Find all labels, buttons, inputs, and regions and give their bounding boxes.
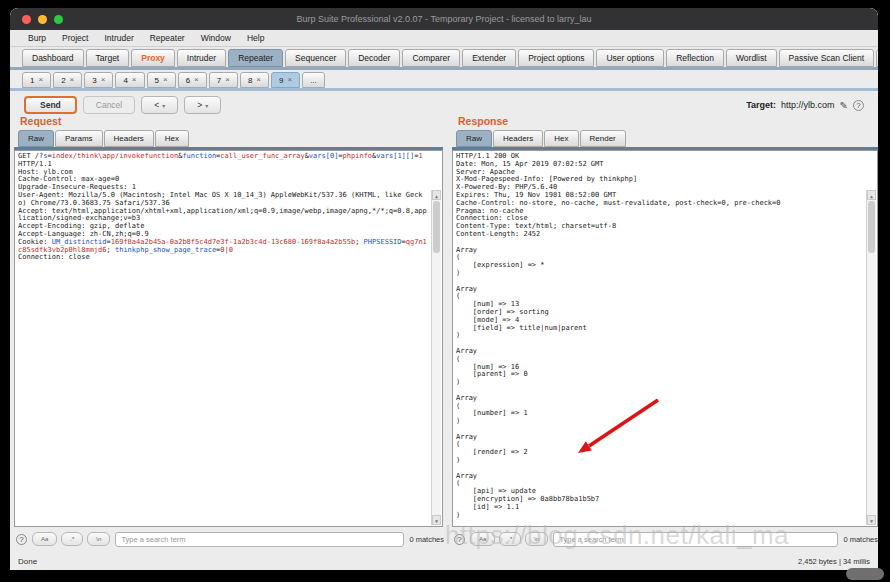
response-tab-render[interactable]: Render (580, 130, 626, 147)
search-option---button[interactable]: .* (61, 532, 83, 546)
chevron-down-icon: ▾ (205, 102, 208, 109)
main-tab-fastjson-scan[interactable]: Fastjson scan (876, 49, 878, 67)
tab-label: 6 (186, 76, 190, 85)
scroll-down-icon[interactable]: ▼ (432, 515, 441, 525)
request-tab-headers[interactable]: Headers (104, 130, 154, 147)
tab-label: ... (310, 76, 317, 85)
main-tab-project-options[interactable]: Project options (518, 49, 594, 67)
response-viewer[interactable]: HTTP/1.1 200 OKDate: Mon, 15 Apr 2019 07… (452, 150, 878, 527)
request-tab-params[interactable]: Params (55, 130, 103, 147)
close-tab-icon[interactable]: × (225, 77, 230, 83)
main-tab-sequencer[interactable]: Sequencer (285, 49, 346, 67)
tab-label: 5 (155, 76, 159, 85)
code-line: Array (456, 473, 863, 481)
request-tab-raw[interactable]: Raw (18, 130, 54, 147)
main-tab-target[interactable]: Target (86, 49, 130, 67)
main-tab-decoder[interactable]: Decoder (348, 49, 400, 67)
search-match-count: 0 matches (843, 535, 878, 544)
main-tab-reflection[interactable]: Reflection (666, 49, 724, 67)
search-option-aa-button[interactable]: Aa (470, 532, 495, 546)
repeater-tab-6[interactable]: 6× (178, 72, 207, 88)
help-icon[interactable]: ? (454, 534, 465, 545)
close-window-icon[interactable] (22, 15, 31, 24)
main-tab-user-options[interactable]: User options (596, 49, 664, 67)
menu-project[interactable]: Project (54, 30, 96, 46)
code-line: [field] => title|num|parent (456, 325, 863, 333)
request-tab-hex[interactable]: Hex (155, 130, 189, 147)
window-controls (22, 15, 63, 24)
menu-burp[interactable]: Burp (20, 30, 54, 46)
response-search-bar: ? Aa.*\n 0 matches (454, 530, 878, 548)
repeater-tab-1[interactable]: 1× (22, 72, 51, 88)
tab-label: Extender (472, 53, 506, 63)
search-option---button[interactable]: .* (499, 532, 521, 546)
title-bar: Burp Suite Professional v2.0.07 - Tempor… (10, 8, 878, 30)
repeater-tab-4[interactable]: 4× (115, 72, 144, 88)
tab-label: Target (96, 53, 120, 63)
cursor-artifact (846, 568, 884, 580)
close-tab-icon[interactable]: × (70, 77, 75, 83)
target-label: Target: (746, 100, 776, 110)
tab-label: Project options (528, 53, 584, 63)
menu-help[interactable]: Help (239, 30, 272, 46)
menu-window[interactable]: Window (193, 30, 239, 46)
menu-repeater[interactable]: Repeater (142, 30, 193, 46)
main-tab-extender[interactable]: Extender (462, 49, 516, 67)
tab-label: 1 (30, 76, 34, 85)
response-tab-raw[interactable]: Raw (456, 130, 492, 147)
main-tab-intruder[interactable]: Intruder (177, 49, 226, 67)
response-tab-headers[interactable]: Headers (493, 130, 543, 147)
main-tab-repeater[interactable]: Repeater (228, 49, 283, 67)
help-icon[interactable]: ? (853, 100, 864, 111)
repeater-tab-5[interactable]: 5× (147, 72, 176, 88)
code-line (456, 465, 863, 473)
main-tab-dashboard[interactable]: Dashboard (22, 49, 84, 67)
main-tab-proxy[interactable]: Proxy (131, 49, 175, 67)
repeater-tab-3[interactable]: 3× (84, 72, 113, 88)
search-option-aa-button[interactable]: Aa (32, 532, 57, 546)
repeater-tab-9[interactable]: 9× (271, 72, 300, 88)
main-tab-comparer[interactable]: Comparer (402, 49, 460, 67)
repeater-tab-7[interactable]: 7× (209, 72, 238, 88)
repeater-tab-2[interactable]: 2× (53, 72, 82, 88)
close-tab-icon[interactable]: × (194, 77, 199, 83)
request-editor[interactable]: GET /?s=index/think\app/invokefunction&f… (14, 150, 443, 527)
code-line (456, 278, 863, 286)
code-line: Date: Mon, 15 Apr 2019 07:02:52 GMT (456, 161, 863, 169)
repeater-tab-8[interactable]: 8× (240, 72, 269, 88)
edit-target-icon[interactable]: ✎ (840, 100, 848, 111)
close-tab-icon[interactable]: × (38, 77, 43, 83)
search-input[interactable] (553, 532, 838, 547)
close-tab-icon[interactable]: × (101, 77, 106, 83)
scrollbar-thumb[interactable] (868, 201, 875, 253)
response-tab-hex[interactable]: Hex (544, 130, 578, 147)
request-code: GET /?s=index/think\app/invokefunction&f… (18, 153, 428, 270)
request-panel: Request RawParamsHeadersHex GET /?s=inde… (14, 112, 443, 527)
search-option--n-button[interactable]: \n (525, 532, 548, 546)
code-line: Connection: close (18, 254, 428, 262)
tab-label: Raw (28, 134, 44, 143)
close-tab-icon[interactable]: × (163, 77, 168, 83)
close-tab-icon[interactable]: × (287, 77, 292, 83)
search-input[interactable] (115, 532, 404, 547)
zoom-window-icon[interactable] (54, 15, 63, 24)
search-option--n-button[interactable]: \n (87, 532, 110, 546)
help-icon[interactable]: ? (16, 534, 27, 545)
request-scrollbar[interactable]: ▲ ▼ (431, 190, 441, 525)
response-scrollbar[interactable]: ▲ ▼ (866, 190, 876, 525)
close-tab-icon[interactable]: × (132, 77, 137, 83)
scroll-down-icon[interactable]: ▼ (867, 515, 876, 525)
scroll-up-icon[interactable]: ▲ (867, 190, 876, 200)
code-line: User-Agent: Mozilla/5.0 (Macintosh; Inte… (18, 192, 428, 208)
status-bar: Done 2,452 bytes | 34 millis (10, 553, 878, 570)
main-tab-wordlist[interactable]: Wordlist (726, 49, 777, 67)
main-tab-passive-scan-client[interactable]: Passive Scan Client (779, 49, 875, 67)
scrollbar-thumb[interactable] (433, 201, 440, 253)
code-line: Array (456, 434, 863, 442)
menu-intruder[interactable]: Intruder (96, 30, 141, 46)
repeater-tab-overflow--[interactable]: ... (302, 72, 325, 88)
close-tab-icon[interactable]: × (256, 77, 261, 83)
minimize-window-icon[interactable] (38, 15, 47, 24)
scroll-up-icon[interactable]: ▲ (432, 190, 441, 200)
tab-label: 4 (123, 76, 127, 85)
